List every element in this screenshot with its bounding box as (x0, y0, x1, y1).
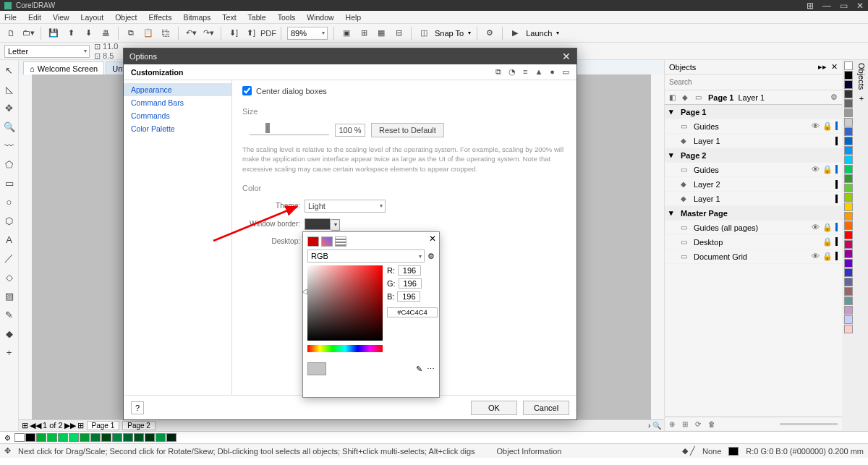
open-icon[interactable]: 🗀▾ (22, 27, 35, 40)
palette-swatch[interactable] (844, 315, 853, 324)
clone-icon[interactable]: ⿻ (159, 27, 172, 40)
cat-tools-icon[interactable]: ▲ (535, 67, 542, 77)
menu-effects[interactable]: Effects (148, 13, 171, 22)
doc-palette-swatch[interactable] (101, 433, 111, 442)
doc-palette-swatch[interactable] (58, 433, 68, 442)
cat-display-icon[interactable]: ▭ (562, 67, 569, 77)
palette-swatch[interactable] (844, 231, 853, 239)
panel-collapse-icon[interactable]: ▸▸ (818, 62, 827, 72)
center-dialogs-checkbox[interactable]: Center dialog boxes (242, 86, 566, 95)
palette-swatch[interactable] (844, 108, 853, 117)
snap-off-icon[interactable]: ◫ (417, 27, 430, 40)
palette-swatch[interactable] (844, 155, 853, 164)
new-master-icon[interactable]: ⊞ (682, 420, 691, 428)
undo-icon[interactable]: ↶▾ (184, 27, 197, 40)
cat-document-icon[interactable]: ⧉ (495, 67, 501, 77)
doc-palette-swatch[interactable] (134, 433, 144, 442)
palette-swatch[interactable] (844, 165, 853, 174)
snap-to-dropdown[interactable]: Snap To (435, 29, 464, 38)
palette-swatch[interactable] (844, 306, 853, 315)
redo-icon[interactable]: ↷▾ (202, 27, 215, 40)
dock-objects-tab[interactable]: Objects (857, 63, 866, 90)
nav-prev-icon[interactable]: ◀◀ (30, 421, 41, 430)
palette-swatch[interactable] (844, 61, 853, 70)
cat-custom-icon[interactable]: ● (550, 67, 555, 77)
doc-palette-swatch[interactable] (47, 433, 57, 442)
palette-swatch[interactable] (844, 278, 853, 286)
layer-style-icon[interactable]: ◆ (682, 93, 691, 101)
cloud-up-icon[interactable]: ⬆ (64, 27, 77, 40)
nav-last-icon[interactable]: ⊞ (77, 421, 84, 430)
menu-window[interactable]: Window (307, 13, 333, 22)
ellipse-tool-icon[interactable]: ○ (2, 195, 17, 209)
fullscreen-icon[interactable]: ▣ (340, 27, 353, 40)
cloud-down-icon[interactable]: ⬇ (82, 27, 95, 40)
palette-swatch[interactable] (844, 268, 853, 277)
layer-row[interactable]: ▭Document Grid👁🔒 (665, 249, 842, 264)
copy-icon[interactable]: ⧉ (124, 27, 137, 40)
options-gear-icon[interactable]: ⚙ (830, 93, 838, 102)
menu-file[interactable]: File (4, 13, 17, 22)
palette-swatch[interactable] (844, 184, 853, 192)
options-icon[interactable]: ⚙ (483, 27, 496, 40)
b-input[interactable]: 196 (397, 291, 420, 302)
menu-layout[interactable]: Layout (81, 13, 104, 22)
maximize-button[interactable]: ▭ (840, 1, 848, 11)
doc-palette-swatch[interactable] (36, 433, 46, 442)
popup-close-icon[interactable]: ✕ (429, 234, 436, 244)
chevron-down-icon[interactable]: ▾ (331, 219, 340, 231)
menu-view[interactable]: View (53, 13, 69, 22)
palette-swatch[interactable] (844, 287, 853, 296)
doc-palette-swatch[interactable] (25, 433, 35, 442)
print-icon[interactable]: 🖶 (99, 27, 112, 40)
palette-swatch[interactable] (844, 240, 853, 249)
layer-opts-icon[interactable]: ⟳ (695, 420, 704, 428)
store-icon[interactable]: ⊞ (807, 1, 814, 11)
eyedropper-icon[interactable]: ✎ (416, 364, 422, 374)
close-button[interactable]: ✕ (856, 1, 864, 11)
freehand-tool-icon[interactable]: 〰 (2, 138, 17, 153)
more-options-icon[interactable]: ⋯ (427, 364, 435, 374)
palette-swatch[interactable] (844, 80, 853, 89)
palette-swatch[interactable] (844, 193, 853, 202)
menu-table[interactable]: Table (248, 13, 266, 22)
tab-welcome[interactable]: ⌂Welcome Screen (23, 61, 104, 74)
palette-swatch[interactable] (844, 137, 853, 145)
page-row[interactable]: ▾Page 2 (665, 148, 842, 163)
palette-swatch[interactable] (844, 90, 853, 98)
save-icon[interactable]: 💾 (47, 27, 60, 40)
palette-swatch[interactable] (844, 212, 853, 221)
layer-row[interactable]: ▭Desktop🔒 (665, 235, 842, 249)
objects-search-input[interactable] (669, 78, 838, 86)
doc-palette-swatch[interactable] (145, 433, 155, 442)
r-input[interactable]: 196 (398, 265, 421, 276)
palette-swatch[interactable] (844, 221, 853, 230)
import-icon[interactable]: ⬇] (227, 27, 240, 40)
add-tool-icon[interactable]: + (2, 345, 17, 359)
palette-swatch[interactable] (844, 118, 853, 127)
page-size-combo[interactable]: Letter (4, 45, 90, 58)
crop-tool-icon[interactable]: ✥ (2, 101, 17, 115)
menu-help[interactable]: Help (346, 13, 362, 22)
palette-swatch[interactable] (844, 297, 853, 305)
fill-tool-icon[interactable]: ◆ (2, 326, 17, 341)
g-input[interactable]: 196 (399, 278, 422, 289)
panel-close-icon[interactable]: ✕ (831, 62, 838, 72)
layer-row[interactable]: ◆Layer 1 (665, 192, 842, 206)
paste-icon[interactable]: 📋 (142, 27, 155, 40)
palette-swatch[interactable] (844, 202, 853, 211)
transparency-tool-icon[interactable]: ▨ (2, 289, 17, 303)
export-icon[interactable]: ⬆] (244, 27, 258, 40)
nav-next-icon[interactable]: ▶▶ (64, 421, 76, 430)
palette-swatch[interactable] (844, 127, 853, 136)
cat-global-icon[interactable]: ◔ (509, 67, 516, 77)
palette-swatch[interactable] (844, 259, 853, 268)
minimize-button[interactable]: — (822, 1, 831, 11)
reset-default-button[interactable]: Reset to Default (371, 123, 444, 137)
hue-slider[interactable] (307, 345, 383, 352)
layer-page-icon[interactable]: ▭ (695, 93, 704, 101)
side-command-bars[interactable]: Command Bars (124, 96, 231, 109)
help-button[interactable]: ? (131, 401, 144, 414)
cancel-button[interactable]: Cancel (523, 401, 569, 415)
side-color-palette[interactable]: Color Palette (124, 122, 231, 135)
